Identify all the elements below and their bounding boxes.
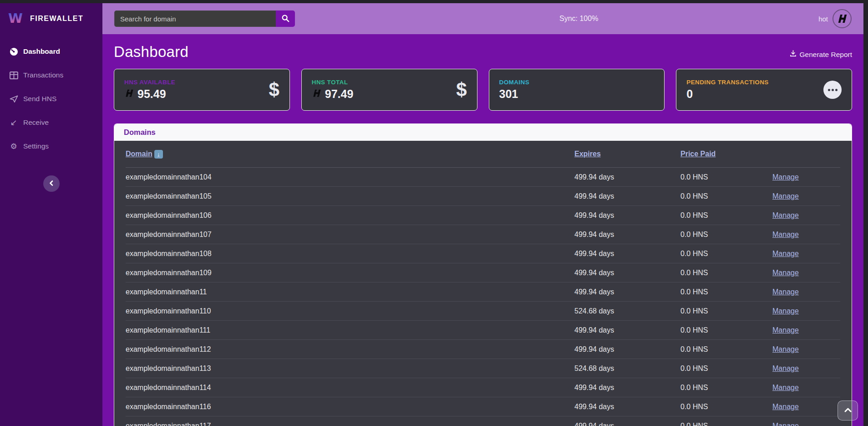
- domains-table: Domain↓ Expires Price Paid exampledomain…: [114, 141, 852, 426]
- table-row: exampledomainnathan110 524.68 days 0.0 H…: [126, 301, 840, 320]
- table-header-row: Domain↓ Expires Price Paid: [126, 141, 840, 168]
- stat-card-hns-available: HNS AVAILABLE 95.49 $: [114, 69, 290, 111]
- price-paid-cell: 0.0 HNS: [680, 326, 772, 334]
- price-paid-cell: 0.0 HNS: [680, 231, 772, 239]
- stat-card-hns-total: HNS TOTAL 97.49 $: [301, 69, 477, 111]
- manage-link[interactable]: Manage: [772, 192, 840, 200]
- domains-card-title: Domains: [114, 124, 852, 141]
- table-row: exampledomainnathan108 499.94 days 0.0 H…: [126, 244, 840, 263]
- manage-link[interactable]: Manage: [772, 422, 840, 426]
- gauge-icon: [9, 47, 18, 56]
- price-paid-cell: 0.0 HNS: [680, 422, 772, 426]
- domain-name-cell: exampledomainnathan106: [126, 211, 574, 220]
- sidebar: W FIREWALLET Dashboard: [0, 3, 102, 426]
- domain-name-cell: exampledomainnathan114: [126, 384, 574, 392]
- page-title: Dashboard: [114, 43, 188, 61]
- sidebar-item-label: Send HNS: [23, 95, 56, 103]
- svg-text:W: W: [8, 10, 23, 25]
- price-paid-cell: 0.0 HNS: [680, 384, 772, 392]
- manage-link[interactable]: Manage: [772, 345, 840, 354]
- chevron-up-icon: [844, 407, 852, 414]
- domain-name-cell: exampledomainnathan107: [126, 231, 574, 239]
- sidebar-item-label: Receive: [23, 118, 49, 127]
- stat-value: 97.49: [325, 87, 354, 101]
- manage-link[interactable]: Manage: [772, 250, 840, 258]
- wallet-menu[interactable]: hot: [818, 9, 852, 28]
- sidebar-collapse-button[interactable]: [43, 175, 60, 192]
- stat-label: HNS AVAILABLE: [124, 79, 175, 86]
- manage-link[interactable]: Manage: [772, 364, 840, 373]
- column-header-price-paid[interactable]: Price Paid: [680, 150, 772, 158]
- sidebar-item-receive[interactable]: ↙ Receive: [0, 111, 102, 134]
- domain-name-cell: exampledomainnathan110: [126, 307, 574, 315]
- domain-name-cell: exampledomainnathan11: [126, 288, 574, 296]
- expires-cell: 499.94 days: [574, 250, 680, 258]
- dashboard-content: Dashboard Generate Report HNS AVAILABLE: [102, 34, 863, 426]
- manage-link[interactable]: Manage: [772, 231, 840, 239]
- hns-logo-icon: [312, 88, 321, 100]
- sidebar-item-send-hns[interactable]: Send HNS: [0, 87, 102, 111]
- manage-link[interactable]: Manage: [772, 326, 840, 334]
- manage-link[interactable]: Manage: [772, 211, 840, 220]
- dollar-icon: $: [456, 80, 467, 99]
- expires-cell: 499.94 days: [574, 288, 680, 296]
- expires-cell: 524.68 days: [574, 364, 680, 373]
- manage-link[interactable]: Manage: [772, 288, 840, 296]
- receive-arrow-icon: ↙: [9, 118, 18, 127]
- stat-card-domains: DOMAINS 301: [489, 69, 665, 111]
- expires-cell: 499.94 days: [574, 345, 680, 354]
- expires-cell: 499.94 days: [574, 422, 680, 426]
- domain-name-cell: exampledomainnathan111: [126, 326, 574, 334]
- search-button[interactable]: [276, 10, 295, 27]
- domain-name-cell: exampledomainnathan109: [126, 269, 574, 277]
- price-paid-cell: 0.0 HNS: [680, 288, 772, 296]
- search-icon: [281, 14, 289, 24]
- scroll-to-top-button[interactable]: [838, 400, 858, 421]
- sidebar-item-transactions[interactable]: Transactions: [0, 63, 102, 87]
- sidebar-item-dashboard[interactable]: Dashboard: [0, 40, 102, 63]
- table-row: exampledomainnathan105 499.94 days 0.0 H…: [126, 186, 840, 205]
- domain-name-cell: exampledomainnathan117: [126, 422, 574, 426]
- price-paid-cell: 0.0 HNS: [680, 250, 772, 258]
- manage-link[interactable]: Manage: [772, 173, 840, 181]
- manage-link[interactable]: Manage: [772, 269, 840, 277]
- stat-value: 0: [686, 87, 693, 101]
- expires-cell: 499.94 days: [574, 192, 680, 200]
- sidebar-item-settings[interactable]: ⚙ Settings: [0, 134, 102, 158]
- manage-link[interactable]: Manage: [772, 384, 840, 392]
- generate-report-label: Generate Report: [800, 51, 852, 59]
- firewallet-logo-icon: W: [8, 10, 25, 27]
- topbar: Sync: 100% hot: [102, 3, 863, 34]
- price-paid-cell: 0.0 HNS: [680, 403, 772, 411]
- price-paid-cell: 0.0 HNS: [680, 345, 772, 354]
- stat-label: HNS TOTAL: [312, 79, 354, 86]
- column-header-domain[interactable]: Domain↓: [126, 150, 574, 159]
- table-row: exampledomainnathan113 524.68 days 0.0 H…: [126, 359, 840, 378]
- price-paid-cell: 0.0 HNS: [680, 192, 772, 200]
- table-row: exampledomainnathan111 499.94 days 0.0 H…: [126, 320, 840, 339]
- table-row: exampledomainnathan106 499.94 days 0.0 H…: [126, 205, 840, 225]
- stats-row: HNS AVAILABLE 95.49 $ HNS TOTAL: [114, 69, 852, 111]
- column-header-expires[interactable]: Expires: [574, 150, 680, 158]
- expires-cell: 499.94 days: [574, 211, 680, 220]
- domain-name-cell: exampledomainnathan113: [126, 364, 574, 373]
- manage-link[interactable]: Manage: [772, 403, 840, 411]
- stat-value: 95.49: [137, 87, 166, 101]
- table-row: exampledomainnathan114 499.94 days 0.0 H…: [126, 378, 840, 397]
- search-input[interactable]: [114, 10, 276, 27]
- expires-cell: 499.94 days: [574, 269, 680, 277]
- expires-cell: 499.94 days: [574, 384, 680, 392]
- sidebar-item-label: Settings: [23, 142, 49, 150]
- send-icon: [9, 94, 18, 103]
- ellipsis-icon[interactable]: [823, 81, 842, 99]
- generate-report-button[interactable]: Generate Report: [790, 50, 852, 61]
- price-paid-cell: 0.0 HNS: [680, 173, 772, 181]
- table-row: exampledomainnathan104 499.94 days 0.0 H…: [126, 168, 840, 186]
- table-row: exampledomainnathan109 499.94 days 0.0 H…: [126, 263, 840, 282]
- price-paid-cell: 0.0 HNS: [680, 269, 772, 277]
- brand[interactable]: W FIREWALLET: [0, 3, 102, 33]
- manage-link[interactable]: Manage: [772, 307, 840, 315]
- domain-name-cell: exampledomainnathan116: [126, 403, 574, 411]
- table-row: exampledomainnathan107 499.94 days 0.0 H…: [126, 225, 840, 244]
- sidebar-item-label: Transactions: [23, 71, 63, 79]
